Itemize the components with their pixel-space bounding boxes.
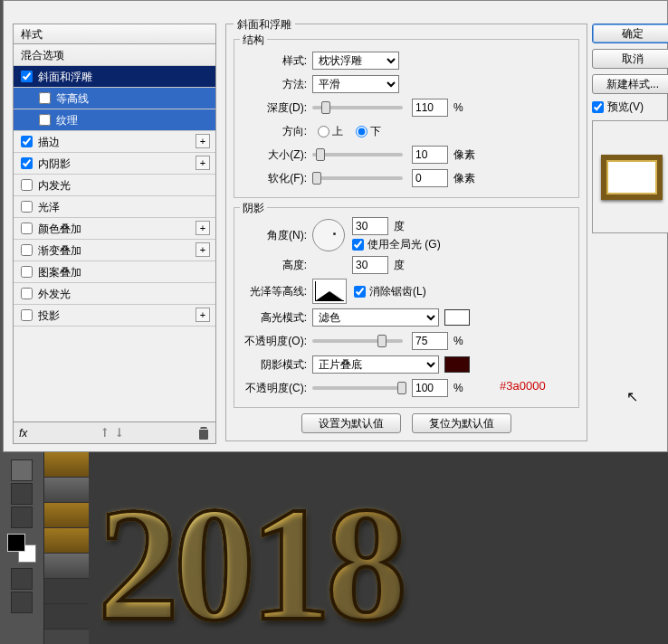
- style-row-inner-glow[interactable]: 内发光: [14, 175, 215, 196]
- add-color-overlay-icon[interactable]: +: [196, 221, 210, 235]
- shadow-opacity-input[interactable]: [412, 379, 448, 397]
- tool-mask[interactable]: [11, 568, 33, 590]
- tool-hand[interactable]: [11, 459, 33, 481]
- highlight-opacity-input[interactable]: [412, 332, 448, 350]
- reset-default-button[interactable]: 复位为默认值: [412, 413, 511, 433]
- make-default-button[interactable]: 设置为默认值: [301, 413, 401, 433]
- soften-label: 软化(F):: [242, 171, 312, 186]
- tool-misc[interactable]: [11, 507, 33, 528]
- stroke-checkbox[interactable]: [21, 136, 33, 147]
- swatch-steel-2[interactable]: [44, 554, 90, 579]
- angle-dial[interactable]: [312, 219, 345, 251]
- down-label: 下: [370, 124, 381, 139]
- gloss-contour-label: 光泽等高线:: [242, 284, 312, 299]
- swatch-gold-2[interactable]: [44, 503, 90, 528]
- style-row-gradient-overlay[interactable]: 渐变叠加 +: [14, 240, 215, 261]
- style-row-texture[interactable]: 纹理: [14, 109, 215, 131]
- swatch-gold-3[interactable]: [44, 528, 90, 554]
- size-slider[interactable]: [312, 153, 403, 156]
- highlight-opacity-unit: %: [453, 335, 463, 347]
- highlight-color-swatch[interactable]: [444, 309, 470, 326]
- shadow-opacity-slider[interactable]: [312, 386, 403, 390]
- shadow-color-swatch[interactable]: [444, 356, 470, 373]
- style-select[interactable]: 枕状浮雕: [312, 52, 399, 70]
- inner-glow-checkbox[interactable]: [21, 179, 33, 191]
- add-inner-shadow-icon[interactable]: +: [196, 156, 210, 170]
- style-row-bevel[interactable]: 斜面和浮雕: [14, 66, 215, 88]
- satin-checkbox[interactable]: [21, 201, 33, 213]
- shading-group: 阴影 角度(N): 度 使用全局光 (G): [234, 207, 579, 408]
- antialias-checkbox[interactable]: [354, 286, 366, 298]
- add-stroke-icon[interactable]: +: [196, 134, 210, 148]
- depth-label: 深度(D):: [242, 100, 312, 116]
- global-light-checkbox[interactable]: [352, 239, 364, 251]
- direction-up-radio[interactable]: [318, 126, 329, 137]
- altitude-unit: 度: [394, 258, 405, 273]
- contour-checkbox[interactable]: [39, 92, 51, 104]
- gradient-overlay-checkbox[interactable]: [21, 244, 33, 256]
- depth-unit: %: [453, 101, 463, 114]
- texture-label: 纹理: [56, 109, 78, 131]
- swatch-steel[interactable]: [44, 478, 90, 503]
- technique-select[interactable]: 平滑: [312, 75, 399, 93]
- photoshop-workspace: 2018: [0, 452, 668, 644]
- angle-unit: 度: [394, 219, 405, 234]
- trash-icon[interactable]: [197, 426, 210, 440]
- foreground-background-swatch[interactable]: [7, 534, 36, 563]
- altitude-input[interactable]: [352, 256, 388, 274]
- fx-label[interactable]: fx: [19, 427, 27, 440]
- angle-input[interactable]: [352, 217, 388, 235]
- arrow-up-icon[interactable]: 🠕: [100, 427, 110, 440]
- pattern-overlay-checkbox[interactable]: [21, 266, 33, 278]
- style-row-stroke[interactable]: 描边 +: [14, 131, 215, 153]
- outer-glow-checkbox[interactable]: [21, 288, 33, 299]
- blending-options-row[interactable]: 混合选项: [14, 44, 215, 66]
- shadow-mode-select[interactable]: 正片叠底: [312, 355, 439, 374]
- pattern-overlay-label: 图案叠加: [38, 261, 81, 283]
- add-gradient-overlay-icon[interactable]: +: [196, 242, 210, 257]
- style-row-inner-shadow[interactable]: 内阴影 +: [14, 153, 215, 175]
- swatch-dark[interactable]: [44, 579, 90, 604]
- style-row-outer-glow[interactable]: 外发光: [14, 283, 215, 305]
- shadow-opacity-label: 不透明度(C):: [242, 381, 312, 396]
- direction-down-radio[interactable]: [356, 126, 367, 137]
- swatch-dark-2[interactable]: [44, 604, 90, 630]
- foreground-color[interactable]: [7, 534, 25, 552]
- texture-checkbox[interactable]: [39, 114, 51, 126]
- depth-input[interactable]: [412, 99, 448, 117]
- style-row-pattern-overlay[interactable]: 图案叠加: [14, 261, 215, 283]
- tool-zoom[interactable]: [11, 483, 33, 505]
- color-overlay-checkbox[interactable]: [21, 223, 33, 234]
- size-input[interactable]: [412, 146, 448, 164]
- ok-button[interactable]: 确定: [592, 24, 668, 43]
- highlight-mode-select[interactable]: 滤色: [312, 308, 439, 327]
- style-row-drop-shadow[interactable]: 投影 +: [14, 305, 215, 327]
- cancel-button[interactable]: 取消: [592, 49, 668, 69]
- highlight-opacity-slider[interactable]: [312, 339, 403, 343]
- new-style-button[interactable]: 新建样式...: [592, 74, 668, 94]
- contour-thumbnail[interactable]: [312, 279, 347, 304]
- drop-shadow-checkbox[interactable]: [21, 309, 33, 321]
- soften-slider[interactable]: [312, 176, 403, 180]
- tool-screen[interactable]: [11, 592, 33, 613]
- preview-box: [592, 120, 668, 233]
- bevel-checkbox[interactable]: [21, 71, 33, 82]
- dialog-buttons: 确定 取消 新建样式... 预览(V): [592, 24, 668, 233]
- styles-list-panel: 样式 混合选项 斜面和浮雕 等高线 纹理 描边 + 内阴影 + 内发光: [13, 24, 216, 444]
- hex-annotation: #3a0000: [500, 379, 546, 393]
- style-row-contour[interactable]: 等高线: [14, 88, 215, 109]
- inner-shadow-checkbox[interactable]: [21, 157, 33, 169]
- tools-panel: [0, 452, 43, 644]
- add-drop-shadow-icon[interactable]: +: [196, 308, 210, 322]
- soften-input[interactable]: [412, 169, 448, 187]
- outer-glow-label: 外发光: [38, 283, 71, 305]
- preview-checkbox[interactable]: [592, 101, 604, 113]
- style-row-color-overlay[interactable]: 颜色叠加 +: [14, 218, 215, 240]
- antialias-label: 消除锯齿(L): [369, 284, 426, 299]
- bevel-group-title: 斜面和浮雕: [234, 17, 295, 33]
- swatch-gold[interactable]: [44, 452, 90, 478]
- canvas[interactable]: 2018: [89, 452, 668, 644]
- arrow-down-icon[interactable]: 🠗: [114, 427, 125, 440]
- style-row-satin[interactable]: 光泽: [14, 196, 215, 218]
- depth-slider[interactable]: [312, 106, 403, 109]
